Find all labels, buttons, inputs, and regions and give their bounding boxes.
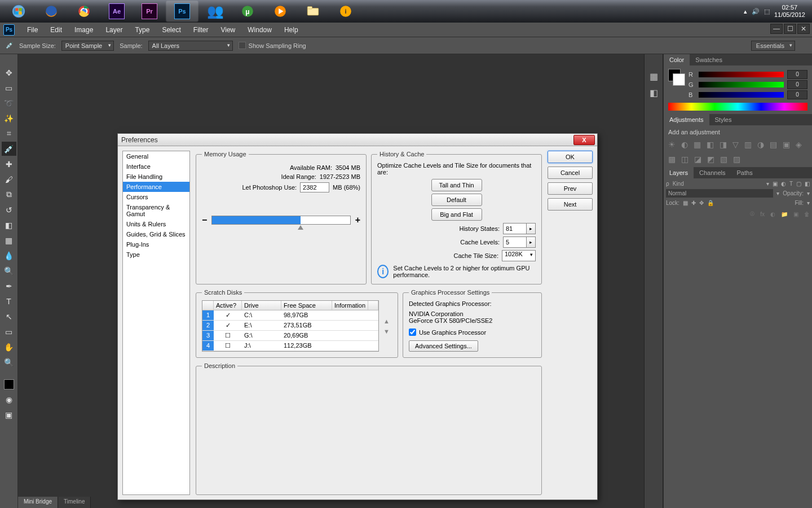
taskbar-premiere-icon[interactable]: Pr [134,1,165,21]
pref-cat-performance[interactable]: Performance [123,182,189,192]
channels-tab[interactable]: Channels [694,167,731,178]
g-value[interactable]: 0 [787,80,807,89]
crop-tool[interactable]: ⌗ [2,126,16,141]
foreground-color-swatch[interactable] [2,377,16,391]
pref-cat-general[interactable]: General [123,151,189,161]
table-row[interactable]: 3☐G:\20,69GB [202,331,378,341]
lasso-tool[interactable]: ➰ [2,96,16,110]
pref-cat-plugins[interactable]: Plug-Ins [123,239,189,249]
menu-view[interactable]: View [215,24,241,36]
wand-tool[interactable]: ✨ [2,111,16,125]
filter-icon[interactable]: ◐ [781,181,786,187]
zoom-tool[interactable]: 🔍 [2,355,16,369]
filter-icon[interactable]: ◧ [805,181,810,187]
scratch-disks-table[interactable]: Active? Drive Free Space Information 1✓C… [202,300,379,352]
pref-cat-cursors[interactable]: Cursors [123,192,189,202]
type-tool[interactable]: T [2,294,16,308]
mem-plus-button[interactable]: + [355,215,360,225]
kind-dropdown[interactable]: Kind [673,181,763,187]
advanced-settings-button[interactable]: Advanced Settings... [409,340,478,352]
sample-dropdown[interactable]: All Layers [148,41,233,51]
taskbar-chrome-icon[interactable] [68,1,100,21]
blend-dropdown[interactable]: Normal [666,189,773,198]
pref-cat-type[interactable]: Type [123,249,189,260]
pref-cat-transparency[interactable]: Transparency & Gamut [123,202,189,219]
clock-date[interactable]: 11/05/2012 [774,11,805,19]
history-states-input[interactable] [503,223,527,234]
taskbar-photoshop-icon[interactable]: Ps [166,1,198,21]
adj-icon[interactable]: ◑ [757,140,764,149]
adj-icon[interactable]: ◩ [707,155,714,164]
ok-button[interactable]: OK [548,151,593,163]
r-value[interactable]: 0 [787,70,807,79]
taskbar-info-icon[interactable]: i [330,1,361,21]
menu-file[interactable]: File [21,24,43,36]
start-button[interactable] [3,1,34,21]
g-slider[interactable] [699,82,784,87]
next-button[interactable]: Next [548,198,593,211]
eyedropper-tool[interactable]: 💉 [2,142,16,156]
network-icon[interactable]: ⬚ [764,8,770,15]
taskbar-messenger-icon[interactable]: 👥 [199,1,231,21]
fx-icon[interactable]: fx [760,211,765,217]
table-row[interactable]: 2✓E:\273,51GB [202,321,378,331]
taskbar-utorrent-icon[interactable]: µ [232,1,263,21]
b-slider[interactable] [699,92,784,98]
pen-tool[interactable]: ✒ [2,279,16,293]
adj-icon[interactable]: ◨ [720,140,727,149]
layers-tab[interactable]: Layers [664,167,694,178]
dialog-titlebar[interactable]: Preferences X [118,134,597,146]
styles-tab[interactable]: Styles [709,114,738,125]
history-brush-tool[interactable]: ↺ [2,203,16,217]
memory-slider[interactable] [211,216,350,225]
filter-icon[interactable]: ▢ [796,181,801,187]
menu-select[interactable]: Select [156,24,186,36]
mem-minus-button[interactable]: − [202,215,207,225]
dock-icon[interactable]: ◧ [650,87,658,98]
menu-image[interactable]: Image [69,24,99,36]
scratch-active-checkbox[interactable]: ☐ [214,331,242,340]
prev-button[interactable]: Prev [548,182,593,195]
sample-size-dropdown[interactable]: Point Sample [61,41,114,51]
taskbar-mediaplayer-icon[interactable] [264,1,296,21]
mask-icon[interactable]: ◐ [770,211,775,217]
paths-tab[interactable]: Paths [731,167,758,178]
pref-cat-interface[interactable]: Interface [123,161,189,172]
close-button[interactable]: ✕ [797,24,810,34]
adj-icon[interactable]: ▩ [668,155,676,164]
background-color[interactable] [673,73,685,86]
volume-icon[interactable]: 🔊 [752,8,760,15]
mini-bridge-tab[interactable]: Mini Bridge [18,497,58,508]
gradient-tool[interactable]: ▦ [2,233,16,247]
dodge-tool[interactable]: 🔍 [2,264,16,278]
adj-icon[interactable]: ☀ [668,140,676,149]
adj-icon[interactable]: ▦ [694,140,701,149]
taskbar-aftereffects-icon[interactable]: Ae [101,1,133,21]
adj-icon[interactable]: ◪ [694,155,701,164]
pref-cat-guides[interactable]: Guides, Grid & Slices [123,229,189,239]
scratch-up-button[interactable]: ▲ [383,318,390,325]
adj-icon[interactable]: ▤ [770,140,777,149]
tall-thin-button[interactable]: Tall and Thin [431,179,482,191]
pref-cat-units[interactable]: Units & Rulers [123,219,189,229]
adj-icon[interactable]: ▣ [783,140,790,149]
pref-cat-filehandling[interactable]: File Handling [123,172,189,182]
screenmode-button[interactable]: ▣ [2,408,16,422]
blur-tool[interactable]: 💧 [2,248,16,262]
scratch-down-button[interactable]: ▼ [383,328,390,335]
adj-icon[interactable]: ◐ [681,140,688,149]
let-ps-use-input[interactable] [300,182,329,192]
lock-icon[interactable]: ▦ [683,200,688,206]
stamp-tool[interactable]: ⧉ [2,187,16,202]
adj-icon[interactable]: ◧ [707,140,714,149]
cache-levels-input[interactable] [503,237,527,248]
adjustments-tab[interactable]: Adjustments [664,114,709,125]
adj-icon[interactable]: ▧ [720,155,727,164]
collapsed-panel-dock[interactable]: ▦ ◧ [644,54,663,508]
hand-tool[interactable]: ✋ [2,340,16,354]
quickmask-button[interactable]: ◉ [2,392,16,406]
maximize-button[interactable]: ☐ [784,24,796,34]
adj-icon[interactable]: ▽ [732,140,739,149]
trash-icon[interactable]: 🗑 [804,211,810,217]
cache-tile-dropdown[interactable]: 1028K [502,250,536,261]
